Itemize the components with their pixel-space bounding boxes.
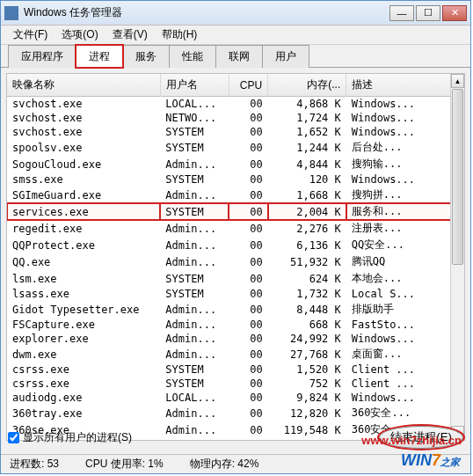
process-list-pane: 映像名称 用户名 CPU 内存(... 描述 svchost.exeLOCAL.… xyxy=(6,73,465,441)
cell-desc: FastSto... xyxy=(346,318,464,332)
table-row[interactable]: regedit.exeAdmin...002,276 K注册表... xyxy=(7,220,464,237)
cell-user: Admin... xyxy=(160,318,229,332)
cell-cpu: 00 xyxy=(229,332,268,346)
scroll-thumb[interactable] xyxy=(452,89,463,265)
cell-name: csrss.exe xyxy=(7,377,160,391)
tab-networking[interactable]: 联网 xyxy=(215,45,263,68)
table-row[interactable]: explorer.exeAdmin...0024,992 KWindows... xyxy=(7,332,464,346)
menu-options[interactable]: 选项(O) xyxy=(55,26,105,44)
cell-mem: 12,820 K xyxy=(268,405,346,421)
cell-cpu: 00 xyxy=(229,187,268,203)
cell-desc: 搜狗输... xyxy=(346,156,464,172)
table-row[interactable]: lsm.exeSYSTEM00624 K本地会... xyxy=(7,270,464,287)
cell-desc: Windows... xyxy=(346,111,464,125)
table-row[interactable]: spoolsv.exeSYSTEM001,244 K后台处... xyxy=(7,139,464,156)
table-row[interactable]: Gidot Typesetter.exeAdmin...008,448 K排版助… xyxy=(7,301,464,318)
cell-cpu: 00 xyxy=(229,111,268,125)
table-row[interactable]: FSCapture.exeAdmin...00668 KFastSto... xyxy=(7,318,464,332)
maximize-button[interactable]: ☐ xyxy=(416,5,440,21)
cell-user: Admin... xyxy=(160,301,229,318)
cell-user: SYSTEM xyxy=(160,203,229,220)
cell-desc: 桌面窗... xyxy=(346,346,464,362)
table-row[interactable]: SGImeGuard.exeAdmin...001,668 K搜狗拼... xyxy=(7,187,464,203)
cell-mem: 668 K xyxy=(268,318,346,332)
scroll-up-button[interactable]: ▲ xyxy=(451,74,464,88)
status-process-count: 进程数: 53 xyxy=(10,457,59,472)
cell-user: Admin... xyxy=(160,220,229,237)
table-row[interactable]: csrss.exeSYSTEM00752 KClient ... xyxy=(7,377,464,391)
cell-desc: 搜狗拼... xyxy=(346,187,464,203)
cell-mem: 2,004 K xyxy=(268,203,346,220)
cell-cpu: 00 xyxy=(229,139,268,156)
col-image-name[interactable]: 映像名称 xyxy=(7,74,160,97)
cell-mem: 120 K xyxy=(268,172,346,187)
cell-mem: 4,868 K xyxy=(268,97,346,112)
tabbar: 应用程序 进程 服务 性能 联网 用户 xyxy=(1,45,470,68)
cell-mem: 9,824 K xyxy=(268,391,346,405)
cell-name: explorer.exe xyxy=(7,332,160,346)
table-row[interactable]: lsass.exeSYSTEM001,732 KLocal S... xyxy=(7,287,464,301)
cell-cpu: 00 xyxy=(229,172,268,187)
table-row[interactable]: services.exeSYSTEM002,004 K服务和... xyxy=(7,203,464,220)
table-row[interactable]: QQ.exeAdmin...0051,932 K腾讯QQ xyxy=(7,253,464,270)
cell-name: services.exe xyxy=(7,203,160,220)
cell-user: SYSTEM xyxy=(160,172,229,187)
cell-user: Admin... xyxy=(160,346,229,362)
menu-view[interactable]: 查看(V) xyxy=(106,26,155,44)
cell-mem: 4,844 K xyxy=(268,156,346,172)
cell-user: Admin... xyxy=(160,253,229,270)
cell-name: audiodg.exe xyxy=(7,391,160,405)
table-row[interactable]: svchost.exeLOCAL...004,868 KWindows... xyxy=(7,97,464,112)
cell-cpu: 00 xyxy=(229,405,268,421)
cell-cpu: 00 xyxy=(229,97,268,112)
vertical-scrollbar[interactable]: ▲ ▼ xyxy=(450,74,464,440)
tab-services[interactable]: 服务 xyxy=(122,45,170,68)
col-memory[interactable]: 内存(... xyxy=(268,74,346,97)
table-row[interactable]: csrss.exeSYSTEM001,520 KClient ... xyxy=(7,362,464,377)
table-row[interactable]: SogouCloud.exeAdmin...004,844 K搜狗输... xyxy=(7,156,464,172)
cell-mem: 27,768 K xyxy=(268,346,346,362)
cell-name: smss.exe xyxy=(7,172,160,187)
cell-mem: 8,448 K xyxy=(268,301,346,318)
cell-cpu: 00 xyxy=(229,237,268,253)
tab-performance[interactable]: 性能 xyxy=(169,45,216,68)
titlebar[interactable]: Windows 任务管理器 — ☐ ✕ xyxy=(1,1,470,26)
cell-name: lsm.exe xyxy=(7,270,160,287)
status-cpu-usage: CPU 使用率: 1% xyxy=(85,457,164,472)
close-button[interactable]: ✕ xyxy=(442,5,467,21)
table-row[interactable]: audiodg.exeLOCAL...009,824 KWindows... xyxy=(7,391,464,405)
status-bar: 进程数: 53 CPU 使用率: 1% 物理内存: 42% xyxy=(1,454,470,473)
end-process-button[interactable]: 结束进程(E) xyxy=(379,426,463,449)
table-row[interactable]: svchost.exeNETWO...001,724 KWindows... xyxy=(7,111,464,125)
table-row[interactable]: smss.exeSYSTEM00120 KWindows... xyxy=(7,172,464,187)
menu-file[interactable]: 文件(F) xyxy=(6,26,55,44)
cell-user: LOCAL... xyxy=(160,391,229,405)
table-row[interactable]: QQProtect.exeAdmin...006,136 KQQ安全... xyxy=(7,237,464,253)
col-cpu[interactable]: CPU xyxy=(229,74,268,97)
show-all-users-checkbox[interactable] xyxy=(8,432,19,443)
col-username[interactable]: 用户名 xyxy=(160,74,229,97)
cell-cpu: 00 xyxy=(229,156,268,172)
cell-mem: 1,724 K xyxy=(268,111,346,125)
tab-applications[interactable]: 应用程序 xyxy=(8,45,76,68)
col-description[interactable]: 描述 xyxy=(346,74,464,97)
window-title: Windows 任务管理器 xyxy=(24,5,389,20)
show-all-users-label: 显示所有用户的进程(S) xyxy=(23,430,132,445)
cell-user: SYSTEM xyxy=(160,287,229,301)
cell-desc: Windows... xyxy=(346,332,464,346)
status-mem-usage: 物理内存: 42% xyxy=(190,457,259,472)
table-row[interactable]: svchost.exeSYSTEM001,652 KWindows... xyxy=(7,125,464,139)
tab-processes[interactable]: 进程 xyxy=(76,45,123,68)
minimize-button[interactable]: — xyxy=(389,5,414,21)
cell-mem: 51,932 K xyxy=(268,253,346,270)
cell-name: 360tray.exe xyxy=(7,405,160,421)
cell-user: NETWO... xyxy=(160,111,229,125)
cell-mem: 24,992 K xyxy=(268,332,346,346)
cell-desc: 排版助手 xyxy=(346,301,464,318)
tab-users[interactable]: 用户 xyxy=(262,45,309,68)
table-row[interactable]: dwm.exeAdmin...0027,768 K桌面窗... xyxy=(7,346,464,362)
cell-user: SYSTEM xyxy=(160,362,229,377)
cell-name: dwm.exe xyxy=(7,346,160,362)
table-row[interactable]: 360tray.exeAdmin...0012,820 K360安全... xyxy=(7,405,464,421)
menu-help[interactable]: 帮助(H) xyxy=(155,26,205,44)
